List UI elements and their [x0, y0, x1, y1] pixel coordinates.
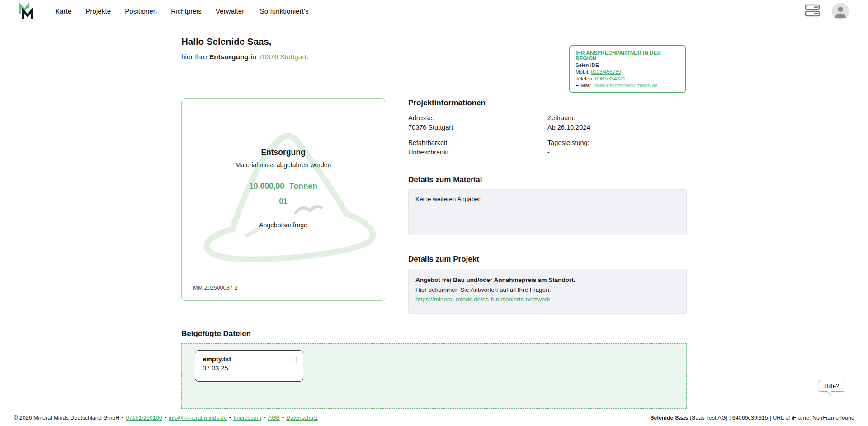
contact-phone-row: Telefon: 0987/654321 [576, 76, 679, 81]
footer-session-details: (Saas Test AG) | 64069c39f315 | URL of i… [690, 415, 854, 421]
contact-phone-label: Telefon: [576, 76, 594, 81]
quantity-value: 10.000,00 [249, 182, 284, 191]
project-quantity: 10.000,00 Tonnen [249, 182, 317, 191]
footer-left: © 2026 Mineral Minds Deutschland GmbH • … [14, 415, 318, 421]
contact-mobile-label: Mobil: [576, 69, 590, 75]
info-field-tagesleistung: Tagesleistung: - [547, 139, 687, 156]
info-value: - [547, 149, 687, 156]
attachments-dropzone[interactable]: empty.txt 07.03.25 [181, 343, 687, 409]
server-icon-glyph [805, 4, 820, 17]
footer-link-impressum[interactable]: Impressum [233, 415, 261, 421]
project-info-column: Projektinformationen Adresse: 70376 Stut… [408, 98, 687, 314]
greeting-colon: : [307, 53, 308, 61]
regional-contact-box: IHR ANSPRECHPARTNER IN DER REGION Selen … [569, 45, 686, 93]
footer-separator: • [229, 415, 231, 421]
greeting-location-link[interactable]: 70376 Stuttgart [259, 53, 307, 61]
file-date: 07.03.25 [203, 365, 296, 372]
quantity-unit: Tonnen [289, 182, 317, 191]
info-value: 70376 Stuttgart [408, 124, 547, 131]
attachments-heading: Beigefügte Dateien [181, 329, 687, 338]
footer-separator: • [282, 415, 284, 421]
info-label: Befahrbarkeit: [408, 139, 547, 146]
project-card[interactable]: Entsorgung Material muss abgefahren werd… [181, 98, 385, 301]
user-avatar[interactable] [832, 3, 849, 20]
contact-mobile-link[interactable]: 0123/456789 [591, 69, 621, 75]
footer-session-info: Selenide Saas (Saas Test AG) | 64069c39f… [650, 415, 854, 421]
info-label: Tagesleistung: [547, 139, 687, 146]
nav-item-so-funktionierts[interactable]: So funktioniert's [260, 7, 309, 15]
greeting-service-type: Entsorgung [209, 53, 249, 61]
mineral-minds-logo-icon [18, 3, 35, 20]
footer-copyright: © 2026 Mineral Minds Deutschland GmbH [14, 415, 119, 421]
project-details-bold-line: Angebot frei Bau und/oder Annahmepreis a… [415, 275, 679, 285]
project-card-body: Entsorgung Material muss abgefahren werd… [182, 99, 385, 229]
greeting-mid: in [251, 53, 256, 61]
material-details-text: Keine weiteren Angaben [415, 196, 481, 202]
person-icon [832, 3, 849, 20]
contact-mobile-row: Mobil: 0123/456789 [576, 69, 679, 75]
file-checkbox[interactable] [289, 356, 297, 363]
nav-item-richtpreis[interactable]: Richtpreis [171, 7, 202, 15]
nav-item-projekte[interactable]: Projekte [85, 7, 111, 15]
footer-separator: • [122, 415, 123, 421]
info-value: Unbeschränkt [408, 149, 547, 156]
project-card-title: Entsorgung [261, 148, 305, 157]
project-card-subtitle: Material muss abgefahren werden [236, 161, 331, 169]
project-info-grid: Adresse: 70376 Stuttgart Zeitraum: Ab 26… [408, 114, 687, 156]
footer-phone-link[interactable]: 07151/250100 [126, 415, 162, 421]
footer-link-datenschutz[interactable]: Datenschutz [286, 415, 317, 421]
footer-link-agb[interactable]: AGB [268, 415, 279, 421]
info-value: Ab 26.10.2024 [547, 124, 687, 131]
footer: © 2026 Mineral Minds Deutschland GmbH • … [0, 410, 868, 426]
top-navigation-bar: Karte Projekte Positionen Richtpreis Ver… [0, 0, 868, 22]
footer-separator: • [165, 415, 166, 421]
info-field-zeitraum: Zeitraum: Ab 26.10.2024 [547, 114, 687, 131]
help-button[interactable]: Hilfe? [819, 380, 844, 392]
info-field-befahrbarkeit: Befahrbarkeit: Unbeschränkt [408, 139, 547, 156]
info-label: Adresse: [408, 114, 547, 122]
page-content: Hallo Selenide Saas, hier Ihre Entsorgun… [181, 22, 687, 409]
file-card[interactable]: empty.txt 07.03.25 [195, 350, 303, 382]
contact-email-label: E-Mail: [576, 83, 592, 88]
topbar-actions [805, 3, 849, 20]
project-details-heading: Details zum Projekt [408, 255, 687, 264]
footer-email-link[interactable]: info@mineral-minds.de [169, 415, 227, 421]
project-details-text-line: Hier bekommen Sie Antworten auf all Ihre… [415, 285, 679, 295]
greeting-prefix: hier Ihre [181, 53, 207, 61]
footer-separator: • [264, 415, 265, 421]
main-grid: Entsorgung Material muss abgefahren werd… [181, 98, 687, 314]
file-name: empty.txt [203, 356, 296, 363]
project-reference-number: MM-202500037-2 [193, 285, 238, 291]
position-number: 01 [279, 197, 287, 206]
info-label: Zeitraum: [547, 114, 687, 122]
nav-item-karte[interactable]: Karte [55, 7, 71, 15]
mineral-minds-logo[interactable] [18, 3, 35, 20]
contact-name: Selen IDE [576, 62, 679, 68]
info-field-adresse: Adresse: 70376 Stuttgart [408, 114, 547, 131]
contact-email-link[interactable]: selenide@mineral-minds.de [593, 83, 658, 88]
project-details-box: Angebot frei Bau und/oder Annahmepreis a… [408, 269, 687, 314]
help-button-label: Hilfe? [824, 383, 839, 389]
material-details-box: Keine weiteren Angaben [408, 189, 687, 235]
nav-item-verwalten[interactable]: Verwalten [216, 7, 246, 15]
material-details-heading: Details zum Material [408, 175, 687, 184]
contact-box-title: IHR ANSPRECHPARTNER IN DER REGION [576, 50, 679, 61]
project-details-link[interactable]: https://mineral-minds.de/so-funktioniert… [415, 296, 550, 303]
main-nav: Karte Projekte Positionen Richtpreis Ver… [55, 7, 309, 15]
project-info-heading: Projektinformationen [408, 98, 687, 108]
contact-phone-link[interactable]: 0987/654321 [595, 76, 625, 81]
server-icon[interactable] [805, 4, 820, 19]
nav-item-positionen[interactable]: Positionen [125, 7, 157, 15]
contact-email-row: E-Mail: selenide@mineral-minds.de [576, 83, 679, 88]
project-status: Angebotsanfrage [259, 221, 307, 229]
footer-user-name: Selenide Saas [650, 415, 688, 421]
